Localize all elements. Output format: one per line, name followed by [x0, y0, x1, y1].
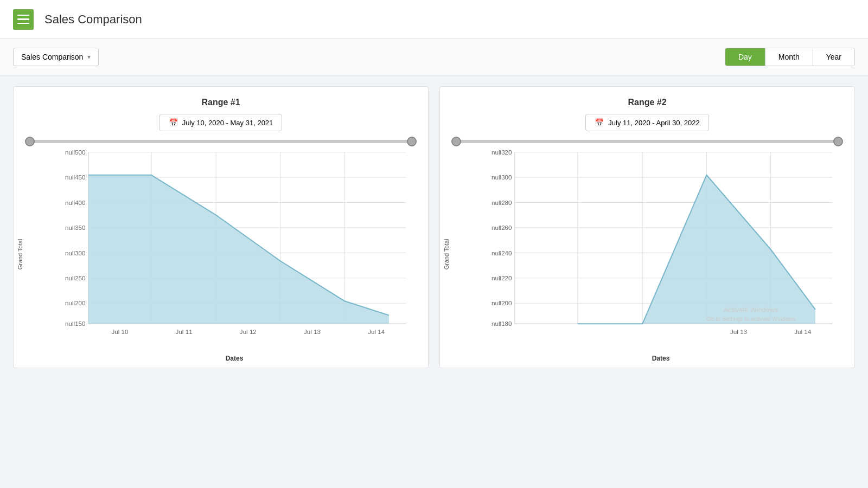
view-dropdown[interactable]: Sales Comparison ▾ — [13, 48, 99, 66]
svg-text:null200: null200 — [65, 299, 85, 306]
chart-1-y-axis-label: Grand Total — [17, 239, 23, 270]
svg-text:null450: null450 — [65, 174, 85, 181]
chart-1-svg: null500 null450 null400 null350 null300 … — [49, 146, 419, 352]
toolbar: Sales Comparison ▾ Day Month Year — [0, 39, 868, 75]
dropdown-label: Sales Comparison — [21, 53, 83, 61]
main-content: Range #1 📅 July 10, 2020 - May 31, 2021 … — [0, 75, 868, 379]
svg-text:Jul 11: Jul 11 — [176, 328, 193, 335]
svg-text:Jul 10: Jul 10 — [111, 328, 128, 335]
slider-fill — [30, 140, 412, 143]
slider-fill-2 — [456, 140, 838, 143]
app-header: Sales Comparison — [0, 0, 868, 39]
period-year-button[interactable]: Year — [813, 48, 854, 66]
svg-text:Jul 13: Jul 13 — [304, 328, 321, 335]
svg-text:null260: null260 — [492, 224, 512, 231]
chart-1-area: null500 null450 null400 null350 null300 … — [49, 146, 419, 352]
svg-text:null220: null220 — [492, 274, 512, 281]
chart-2-x-axis-label: Dates — [476, 355, 846, 362]
svg-marker-27 — [88, 175, 389, 324]
svg-text:null300: null300 — [492, 174, 512, 181]
date-range-2-button[interactable]: 📅 July 11, 2020 - April 30, 2022 — [585, 114, 709, 131]
chart-2-area: null320 null300 null280 null260 null240 … — [476, 146, 846, 352]
slider-handle-2-left[interactable] — [451, 137, 461, 146]
chevron-down-icon: ▾ — [87, 53, 91, 61]
slider-handle-right[interactable] — [407, 137, 417, 146]
svg-text:Go to Settings to activate Win: Go to Settings to activate Windows. — [706, 316, 796, 322]
slider-track — [30, 140, 412, 143]
date-range-1-label: July 10, 2020 - May 31, 2021 — [182, 119, 273, 127]
period-day-button[interactable]: Day — [725, 48, 765, 66]
svg-text:null180: null180 — [492, 320, 512, 327]
chart-card-2: Range #2 📅 July 11, 2020 - April 30, 202… — [439, 86, 855, 368]
date-range-2-label: July 11, 2020 - April 30, 2022 — [608, 119, 699, 127]
calendar-icon-2: 📅 — [595, 118, 604, 127]
menu-line — [17, 23, 29, 24]
svg-text:Jul 14: Jul 14 — [368, 328, 385, 335]
svg-text:null280: null280 — [492, 199, 512, 206]
svg-text:Jul 12: Jul 12 — [240, 328, 257, 335]
chart-2-wrapper: Grand Total — [449, 146, 846, 362]
svg-text:null350: null350 — [65, 224, 85, 231]
svg-text:null200: null200 — [492, 299, 512, 306]
chart-card-1: Range #1 📅 July 10, 2020 - May 31, 2021 … — [13, 86, 429, 368]
calendar-icon: 📅 — [169, 118, 178, 127]
chart-1-wrapper: Grand Total — [22, 146, 419, 362]
svg-text:Jul 14: Jul 14 — [794, 328, 812, 335]
chart-2-y-axis-label: Grand Total — [443, 239, 450, 270]
svg-text:null500: null500 — [65, 149, 85, 156]
svg-text:null250: null250 — [65, 274, 85, 281]
svg-text:null300: null300 — [65, 249, 85, 256]
svg-text:null400: null400 — [65, 199, 85, 206]
svg-text:null150: null150 — [65, 320, 85, 327]
slider-track-2 — [456, 140, 838, 143]
chart-1-title: Range #1 — [22, 98, 419, 107]
chart-1-slider[interactable] — [22, 140, 419, 143]
period-month-button[interactable]: Month — [765, 48, 813, 66]
period-button-group: Day Month Year — [725, 48, 855, 66]
menu-line — [17, 15, 29, 16]
svg-text:Activate Windows: Activate Windows — [724, 306, 778, 314]
chart-2-slider[interactable] — [449, 140, 846, 143]
date-range-1-button[interactable]: 📅 July 10, 2020 - May 31, 2021 — [159, 114, 283, 131]
chart-1-x-axis-label: Dates — [49, 355, 419, 362]
menu-line — [17, 18, 29, 20]
chart-2-title: Range #2 — [449, 98, 846, 107]
page-title: Sales Comparison — [44, 12, 142, 27]
slider-handle-2-right[interactable] — [833, 137, 843, 146]
svg-text:null240: null240 — [492, 249, 512, 256]
svg-text:Jul 13: Jul 13 — [730, 328, 747, 335]
svg-text:null320: null320 — [492, 149, 512, 156]
menu-button[interactable] — [13, 9, 34, 30]
chart-2-svg: null320 null300 null280 null260 null240 … — [476, 146, 846, 352]
slider-handle-left[interactable] — [25, 137, 35, 146]
